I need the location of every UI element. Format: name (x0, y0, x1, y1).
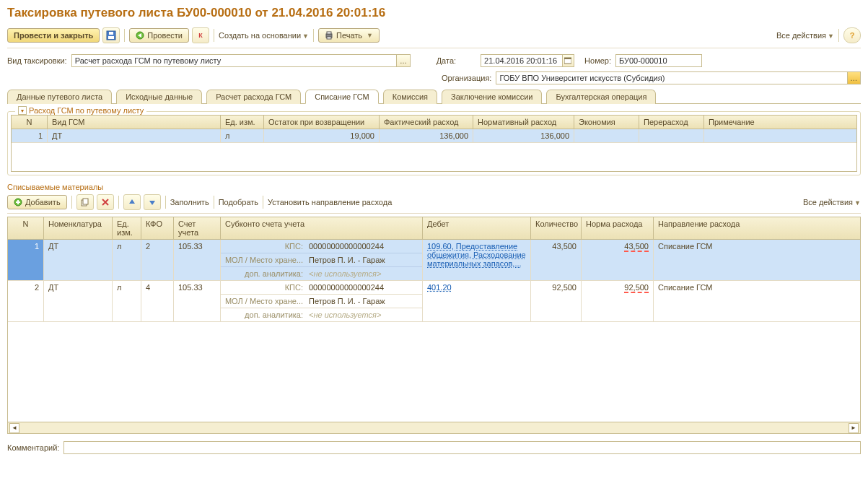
svg-rect-6 (327, 37, 331, 39)
pick-button[interactable]: Подобрать (219, 198, 258, 207)
tab-conclusion[interactable]: Заключение комиссии (442, 90, 542, 104)
col-over[interactable]: Перерасход (639, 116, 704, 129)
print-button[interactable]: Печать▼ (318, 28, 380, 43)
col-subconto[interactable]: Субконто счета учета (221, 217, 423, 239)
col-fact[interactable]: Фактический расход (380, 116, 473, 129)
move-up-icon[interactable] (123, 194, 141, 210)
separator (214, 29, 214, 42)
tab-source[interactable]: Исходные данные (116, 90, 202, 104)
svg-rect-8 (564, 58, 571, 59)
materials-title: Списываемые материалы (7, 183, 861, 191)
col-kind[interactable]: Вид ГСМ (48, 116, 221, 129)
tab-data[interactable]: Данные путевого листа (7, 90, 112, 104)
save-icon[interactable] (102, 27, 120, 43)
tax-type-input[interactable] (71, 54, 397, 67)
svg-rect-2 (109, 32, 113, 35)
tab-writeoff[interactable]: Списание ГСМ (305, 90, 379, 104)
fill-button[interactable]: Заполнить (170, 198, 209, 207)
table-row[interactable]: 1 ДТ л 19,000 136,000 136,000 (12, 129, 856, 143)
svg-rect-5 (327, 32, 331, 34)
col-unit[interactable]: Ед. изм. (113, 217, 141, 239)
tab-accounting[interactable]: Бухгалтерская операция (546, 90, 656, 104)
separator (124, 29, 125, 42)
col-debit[interactable]: Дебет (423, 217, 531, 239)
debit-link[interactable]: 401.20 (427, 283, 452, 292)
all-actions-button[interactable]: Все действия▼ (803, 198, 861, 207)
move-down-icon[interactable] (144, 194, 161, 210)
post-button[interactable]: Провести (129, 28, 189, 43)
col-econ[interactable]: Экономия (574, 116, 639, 129)
scroll-left-icon[interactable]: ◄ (9, 423, 19, 433)
number-label: Номер: (584, 56, 611, 65)
main-toolbar: Провести и закрыть Провести К Создать на… (7, 27, 861, 48)
col-unit[interactable]: Ед. изм. (221, 116, 264, 129)
set-direction-button[interactable]: Установить направление расхода (268, 198, 392, 207)
comment-input[interactable] (63, 441, 861, 454)
delete-icon[interactable] (97, 194, 114, 210)
number-input[interactable] (615, 54, 702, 67)
col-acc[interactable]: Счет учета (174, 217, 221, 239)
col-norm[interactable]: Норма расхода (582, 217, 654, 239)
add-button[interactable]: Добавить (7, 195, 67, 209)
svg-rect-1 (108, 36, 114, 39)
col-n[interactable]: N (12, 116, 48, 129)
col-n[interactable]: N (8, 217, 44, 239)
comment-label: Комментарий: (7, 443, 59, 452)
copy-icon[interactable] (76, 194, 94, 210)
col-note[interactable]: Примечание (704, 116, 856, 129)
fuel-grid: N Вид ГСМ Ед. изм. Остаток при возвращен… (11, 115, 857, 172)
horizontal-scrollbar[interactable]: ◄ ► (7, 422, 861, 434)
org-label: Организация: (442, 74, 491, 82)
scroll-right-icon[interactable]: ► (849, 423, 859, 433)
debit-credit-icon[interactable]: К (192, 27, 209, 43)
create-based-button[interactable]: Создать на основании▼ (219, 31, 309, 40)
fuel-group-legend: ▾ Расход ГСМ по путевому листу (15, 106, 146, 115)
separator (838, 29, 839, 42)
calendar-icon[interactable] (562, 54, 574, 67)
tab-bar: Данные путевого листа Исходные данные Ра… (7, 89, 861, 104)
org-input[interactable] (496, 71, 846, 84)
table-row[interactable]: 2 ДТ л 4 105.33 КПС:00000000000000244 МО… (8, 281, 860, 322)
tax-type-label: Вид таксировки: (7, 56, 67, 65)
col-nom[interactable]: Номенклатура (44, 217, 113, 239)
date-input[interactable] (481, 54, 562, 67)
separator (313, 29, 314, 42)
col-remain[interactable]: Остаток при возвращении (264, 116, 380, 129)
materials-toolbar: Добавить Заполнить Подобрать Установить … (7, 194, 861, 214)
materials-grid: N Номенклатура Ед. изм. КФО Счет учета С… (7, 217, 861, 240)
page-title: Таксировка путевого листа БУ00-000010 от… (7, 6, 861, 20)
post-close-button[interactable]: Провести и закрыть (7, 28, 100, 43)
date-label: Дата: (437, 56, 456, 65)
select-icon[interactable]: … (847, 71, 861, 84)
all-actions-button[interactable]: Все действия▼ (776, 31, 834, 40)
col-norm[interactable]: Нормативный расход (473, 116, 574, 129)
tab-commission[interactable]: Комиссия (383, 90, 437, 104)
help-icon[interactable]: ? (843, 27, 861, 43)
svg-rect-11 (83, 199, 88, 204)
debit-link[interactable]: 109.60, Предоставление общежития, Расход… (427, 242, 526, 268)
table-row[interactable]: 1 ДТ л 2 105.33 КПС:00000000000000244 МО… (8, 240, 860, 281)
tab-calc[interactable]: Расчет расхода ГСМ (206, 90, 301, 104)
col-dir[interactable]: Направление расхода (654, 217, 860, 239)
col-qty[interactable]: Количество (531, 217, 582, 239)
col-kfo[interactable]: КФО (141, 217, 174, 239)
select-icon[interactable]: … (396, 54, 410, 67)
